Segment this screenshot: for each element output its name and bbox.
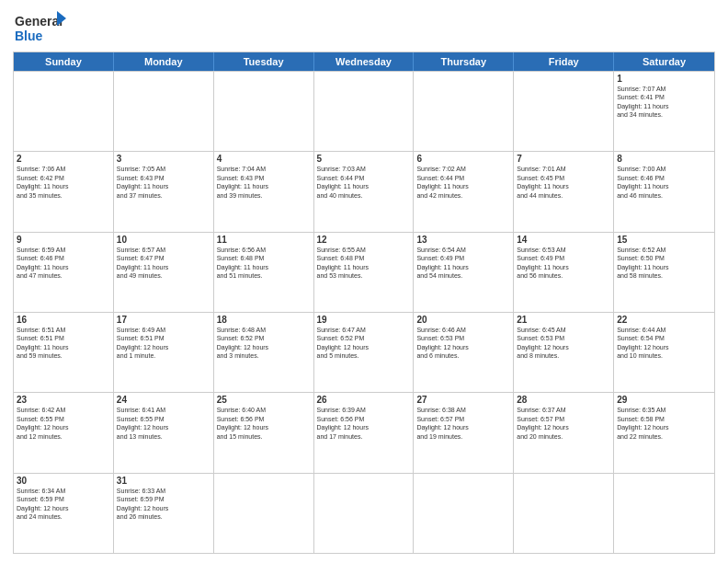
cell-info: Sunrise: 6:45 AM Sunset: 6:53 PM Dayligh… <box>517 326 610 361</box>
day-number: 22 <box>617 315 711 325</box>
cal-cell-0-4 <box>414 72 514 151</box>
day-number: 2 <box>17 154 110 164</box>
day-number: 20 <box>416 315 510 325</box>
cal-header-friday: Friday <box>514 52 614 71</box>
cell-info: Sunrise: 6:37 AM Sunset: 6:57 PM Dayligh… <box>517 406 610 441</box>
cal-cell-5-1: 31Sunrise: 6:33 AM Sunset: 6:59 PM Dayli… <box>114 474 214 553</box>
svg-text:Blue: Blue <box>15 29 43 43</box>
cal-cell-2-2: 11Sunrise: 6:56 AM Sunset: 6:48 PM Dayli… <box>214 233 314 312</box>
cell-info: Sunrise: 6:35 AM Sunset: 6:58 PM Dayligh… <box>617 406 711 441</box>
cal-week-3: 9Sunrise: 6:59 AM Sunset: 6:46 PM Daylig… <box>14 232 714 312</box>
cal-cell-1-3: 5Sunrise: 7:03 AM Sunset: 6:44 PM Daylig… <box>314 152 415 231</box>
calendar: SundayMondayTuesdayWednesdayThursdayFrid… <box>13 52 715 554</box>
cal-cell-3-1: 17Sunrise: 6:49 AM Sunset: 6:51 PM Dayli… <box>114 313 214 392</box>
day-number: 18 <box>217 315 311 325</box>
cal-week-6: 30Sunrise: 6:34 AM Sunset: 6:59 PM Dayli… <box>14 473 714 553</box>
day-number: 14 <box>517 235 610 245</box>
day-number: 1 <box>617 74 711 84</box>
cal-header-monday: Monday <box>114 52 214 71</box>
day-number: 31 <box>117 476 210 486</box>
day-number: 28 <box>517 395 610 405</box>
day-number: 21 <box>517 315 610 325</box>
cell-info: Sunrise: 6:42 AM Sunset: 6:55 PM Dayligh… <box>17 406 110 441</box>
cell-info: Sunrise: 6:56 AM Sunset: 6:48 PM Dayligh… <box>217 246 311 281</box>
day-number: 27 <box>416 395 510 405</box>
day-number: 5 <box>317 154 411 164</box>
cell-info: Sunrise: 7:03 AM Sunset: 6:44 PM Dayligh… <box>317 165 411 200</box>
cell-info: Sunrise: 6:48 AM Sunset: 6:52 PM Dayligh… <box>217 326 311 361</box>
cal-cell-5-2 <box>214 474 314 553</box>
cal-cell-0-1 <box>114 72 214 151</box>
cal-cell-1-1: 3Sunrise: 7:05 AM Sunset: 6:43 PM Daylig… <box>114 152 214 231</box>
day-number: 9 <box>17 235 110 245</box>
day-number: 6 <box>416 154 510 164</box>
cell-info: Sunrise: 6:33 AM Sunset: 6:59 PM Dayligh… <box>117 487 210 522</box>
cell-info: Sunrise: 6:54 AM Sunset: 6:49 PM Dayligh… <box>416 246 510 281</box>
cal-header-thursday: Thursday <box>414 52 514 71</box>
day-number: 17 <box>117 315 210 325</box>
cal-cell-3-2: 18Sunrise: 6:48 AM Sunset: 6:52 PM Dayli… <box>214 313 314 392</box>
day-number: 16 <box>17 315 110 325</box>
cal-cell-5-5 <box>514 474 614 553</box>
cal-cell-2-5: 14Sunrise: 6:53 AM Sunset: 6:49 PM Dayli… <box>514 233 614 312</box>
cal-cell-0-3 <box>314 72 415 151</box>
day-number: 23 <box>17 395 110 405</box>
cell-info: Sunrise: 6:40 AM Sunset: 6:56 PM Dayligh… <box>217 406 311 441</box>
day-number: 13 <box>416 235 510 245</box>
day-number: 29 <box>617 395 711 405</box>
cal-cell-2-1: 10Sunrise: 6:57 AM Sunset: 6:47 PM Dayli… <box>114 233 214 312</box>
cell-info: Sunrise: 6:59 AM Sunset: 6:46 PM Dayligh… <box>17 246 110 281</box>
cal-cell-2-0: 9Sunrise: 6:59 AM Sunset: 6:46 PM Daylig… <box>14 233 114 312</box>
cal-cell-4-0: 23Sunrise: 6:42 AM Sunset: 6:55 PM Dayli… <box>14 393 114 472</box>
cell-info: Sunrise: 6:38 AM Sunset: 6:57 PM Dayligh… <box>416 406 510 441</box>
cal-cell-0-2 <box>214 72 314 151</box>
cal-cell-1-5: 7Sunrise: 7:01 AM Sunset: 6:45 PM Daylig… <box>514 152 614 231</box>
cal-cell-0-5 <box>514 72 614 151</box>
svg-text:General: General <box>15 14 63 29</box>
calendar-header-row: SundayMondayTuesdayWednesdayThursdayFrid… <box>14 52 714 71</box>
cell-info: Sunrise: 7:07 AM Sunset: 6:41 PM Dayligh… <box>617 85 711 120</box>
cell-info: Sunrise: 6:51 AM Sunset: 6:51 PM Dayligh… <box>17 326 110 361</box>
cal-cell-0-0 <box>14 72 114 151</box>
cell-info: Sunrise: 6:41 AM Sunset: 6:55 PM Dayligh… <box>117 406 210 441</box>
page: GeneralBlue SundayMondayTuesdayWednesday… <box>0 0 728 563</box>
day-number: 30 <box>17 476 110 486</box>
cal-cell-3-3: 19Sunrise: 6:47 AM Sunset: 6:52 PM Dayli… <box>314 313 415 392</box>
cal-cell-4-2: 25Sunrise: 6:40 AM Sunset: 6:56 PM Dayli… <box>214 393 314 472</box>
cal-cell-2-6: 15Sunrise: 6:52 AM Sunset: 6:50 PM Dayli… <box>614 233 714 312</box>
cell-info: Sunrise: 6:57 AM Sunset: 6:47 PM Dayligh… <box>117 246 210 281</box>
day-number: 12 <box>317 235 411 245</box>
cell-info: Sunrise: 7:01 AM Sunset: 6:45 PM Dayligh… <box>517 165 610 200</box>
day-number: 11 <box>217 235 311 245</box>
cell-info: Sunrise: 6:53 AM Sunset: 6:49 PM Dayligh… <box>517 246 610 281</box>
cal-cell-4-3: 26Sunrise: 6:39 AM Sunset: 6:56 PM Dayli… <box>314 393 415 472</box>
logo-area: GeneralBlue <box>13 9 68 46</box>
cal-cell-5-6 <box>614 474 714 553</box>
cal-week-5: 23Sunrise: 6:42 AM Sunset: 6:55 PM Dayli… <box>14 392 714 472</box>
cell-info: Sunrise: 7:02 AM Sunset: 6:44 PM Dayligh… <box>416 165 510 200</box>
cal-cell-5-3 <box>314 474 415 553</box>
cal-cell-4-4: 27Sunrise: 6:38 AM Sunset: 6:57 PM Dayli… <box>414 393 514 472</box>
cell-info: Sunrise: 6:39 AM Sunset: 6:56 PM Dayligh… <box>317 406 411 441</box>
generalblue-logo-icon: GeneralBlue <box>13 9 68 46</box>
header: GeneralBlue <box>13 9 715 46</box>
cal-cell-1-2: 4Sunrise: 7:04 AM Sunset: 6:43 PM Daylig… <box>214 152 314 231</box>
day-number: 15 <box>617 235 711 245</box>
cal-week-1: 1Sunrise: 7:07 AM Sunset: 6:41 PM Daylig… <box>14 71 714 151</box>
day-number: 24 <box>117 395 210 405</box>
day-number: 3 <box>117 154 210 164</box>
cell-info: Sunrise: 7:00 AM Sunset: 6:46 PM Dayligh… <box>617 165 711 200</box>
cal-cell-3-5: 21Sunrise: 6:45 AM Sunset: 6:53 PM Dayli… <box>514 313 614 392</box>
cal-cell-3-0: 16Sunrise: 6:51 AM Sunset: 6:51 PM Dayli… <box>14 313 114 392</box>
cal-cell-3-6: 22Sunrise: 6:44 AM Sunset: 6:54 PM Dayli… <box>614 313 714 392</box>
cal-cell-4-1: 24Sunrise: 6:41 AM Sunset: 6:55 PM Dayli… <box>114 393 214 472</box>
cell-info: Sunrise: 7:05 AM Sunset: 6:43 PM Dayligh… <box>117 165 210 200</box>
cal-cell-2-4: 13Sunrise: 6:54 AM Sunset: 6:49 PM Dayli… <box>414 233 514 312</box>
day-number: 10 <box>117 235 210 245</box>
cell-info: Sunrise: 6:55 AM Sunset: 6:48 PM Dayligh… <box>317 246 411 281</box>
day-number: 19 <box>317 315 411 325</box>
cal-cell-1-6: 8Sunrise: 7:00 AM Sunset: 6:46 PM Daylig… <box>614 152 714 231</box>
day-number: 25 <box>217 395 311 405</box>
cell-info: Sunrise: 6:46 AM Sunset: 6:53 PM Dayligh… <box>416 326 510 361</box>
cell-info: Sunrise: 6:49 AM Sunset: 6:51 PM Dayligh… <box>117 326 210 361</box>
